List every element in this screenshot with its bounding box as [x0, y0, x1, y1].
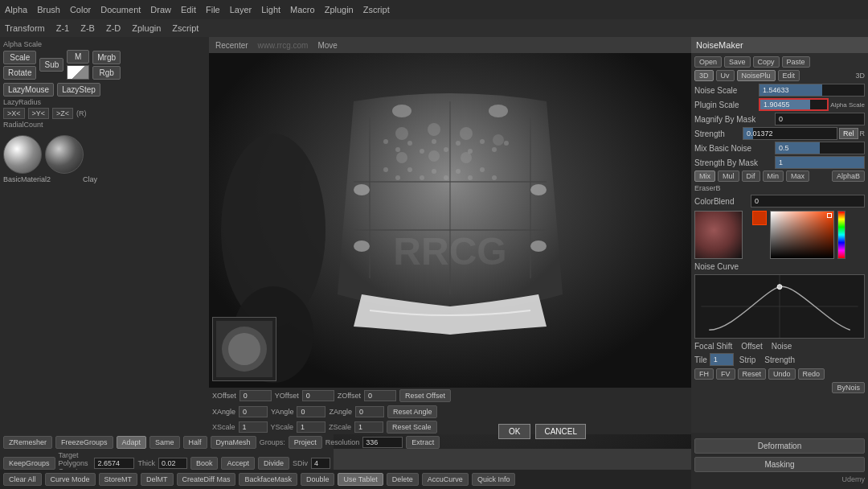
backface-mask-button[interactable]: BackfaceMask: [239, 473, 297, 486]
zscale-input[interactable]: 1: [354, 421, 383, 433]
menu-zd[interactable]: Z-D: [106, 23, 121, 33]
color-picker-gradient[interactable]: [770, 211, 834, 259]
color-indicator[interactable]: [67, 65, 89, 80]
deformation-button[interactable]: Deformation: [694, 438, 865, 454]
menu-brush[interactable]: Brush: [37, 5, 60, 14]
x-axis-button[interactable]: >X<: [3, 108, 25, 119]
undo-button[interactable]: Undo: [768, 368, 796, 380]
freeze-groups-button[interactable]: FreezeGroups: [55, 436, 113, 449]
zremesher-button[interactable]: ZRemesher: [3, 436, 52, 449]
m-button[interactable]: M: [67, 50, 89, 64]
sub-button[interactable]: Sub: [39, 58, 63, 72]
strength-by-mask-slider[interactable]: 1: [775, 156, 865, 169]
noise-curve-area[interactable]: [694, 274, 865, 339]
menu-zplugin2[interactable]: Zplugin: [132, 23, 161, 33]
reset-noise-button[interactable]: Reset: [738, 368, 767, 380]
tab-uv[interactable]: Uv: [716, 70, 735, 81]
delete-button[interactable]: Delete: [387, 473, 419, 486]
blend-min[interactable]: Min: [763, 171, 784, 182]
lazy-step-button[interactable]: LazyStep: [57, 83, 100, 97]
target-polygons-input[interactable]: [94, 458, 134, 469]
strength-r-icon[interactable]: R: [860, 129, 866, 138]
create-diff-button[interactable]: CreateDiff Mas: [177, 473, 236, 486]
menu-transform[interactable]: Transform: [5, 23, 45, 33]
quick-info-button[interactable]: Quick Info: [472, 473, 516, 486]
zoffset-input[interactable]: 0: [364, 390, 396, 401]
blend-mix[interactable]: Mix: [694, 171, 715, 182]
clay-preview[interactable]: [45, 135, 84, 174]
lazy-mouse-button[interactable]: LazyMouse: [3, 83, 54, 97]
menu-file[interactable]: File: [206, 5, 220, 14]
mix-basic-slider[interactable]: 0.5: [775, 142, 865, 154]
magnify-slider[interactable]: 0: [775, 113, 865, 125]
by-nois-button[interactable]: ByNois: [832, 382, 865, 393]
extract-button[interactable]: Extract: [406, 436, 440, 449]
tile-slider[interactable]: 1: [710, 353, 734, 366]
cancel-button[interactable]: CANCEL: [535, 424, 586, 439]
z-axis-button[interactable]: >Z<: [52, 108, 73, 119]
reset-scale-button[interactable]: Reset Scale: [387, 421, 437, 434]
del-mt-button[interactable]: DelMT: [141, 473, 174, 486]
plugin-scale-slider[interactable]: 1.90455: [759, 98, 829, 111]
menu-zplugin[interactable]: Zplugin: [325, 5, 354, 14]
alpha-b-button[interactable]: AlphaB: [832, 171, 865, 182]
book-button[interactable]: Book: [190, 457, 219, 470]
mrgb-button[interactable]: Mrgb: [92, 51, 121, 64]
accu-curve-button[interactable]: AccuCurve: [422, 473, 469, 486]
menu-document[interactable]: Document: [100, 5, 141, 14]
reset-angle-button[interactable]: Reset Angle: [387, 405, 438, 418]
xscale-input[interactable]: 1: [239, 421, 268, 433]
double-button[interactable]: Double: [301, 473, 335, 486]
adapt-button[interactable]: Adapt: [117, 436, 147, 449]
same-button[interactable]: Same: [149, 436, 180, 449]
resolution-input[interactable]: [362, 437, 403, 448]
menu-zscript2[interactable]: Zscript: [172, 23, 199, 33]
sdiv-input[interactable]: [311, 458, 330, 469]
menu-zscript[interactable]: Zscript: [363, 5, 390, 14]
use-tablet-button[interactable]: Use Tablet: [338, 473, 383, 486]
yangle-input[interactable]: 0: [297, 406, 326, 417]
blend-dif[interactable]: Dif: [742, 171, 760, 182]
tab-3d-right[interactable]: 3D: [855, 72, 865, 80]
save-button[interactable]: Save: [724, 56, 751, 68]
yscale-input[interactable]: 1: [297, 421, 326, 433]
menu-color[interactable]: Color: [70, 5, 91, 14]
tab-3d[interactable]: 3D: [694, 70, 714, 81]
alpha-thumbnail[interactable]: [212, 317, 276, 381]
udemy-label[interactable]: Udemy: [694, 475, 865, 483]
rotate-button[interactable]: Rotate: [3, 66, 36, 80]
move-button[interactable]: Move: [317, 41, 337, 50]
color-swatch-dark[interactable]: [694, 211, 743, 259]
blend-mul[interactable]: Mul: [718, 171, 739, 182]
store-mt-button[interactable]: StoreMT: [99, 473, 138, 486]
y-axis-button[interactable]: >Y<: [28, 108, 50, 119]
divide-button[interactable]: Divide: [258, 457, 289, 470]
menu-light[interactable]: Light: [261, 5, 280, 14]
thick-input[interactable]: [158, 458, 187, 469]
yoffset-input[interactable]: 0: [302, 390, 334, 401]
menu-macro[interactable]: Macro: [290, 5, 315, 14]
zangle-input[interactable]: 0: [355, 406, 384, 417]
fh-button[interactable]: FH: [694, 368, 714, 380]
paste-button[interactable]: Paste: [782, 56, 810, 68]
color-blend-slider[interactable]: 0: [751, 195, 865, 208]
open-button[interactable]: Open: [694, 56, 722, 68]
menu-edit[interactable]: Edit: [181, 5, 196, 14]
curve-mode-button[interactable]: Curve Mode: [45, 473, 96, 486]
ok-button[interactable]: OK: [498, 424, 530, 439]
half-button[interactable]: Half: [183, 436, 207, 449]
scale-button[interactable]: Scale: [3, 51, 36, 64]
recenter-button[interactable]: Recenter: [215, 41, 248, 50]
dyna-mesh-button[interactable]: DynaMesh: [211, 436, 256, 449]
keep-groups-button[interactable]: KeepGroups: [3, 457, 55, 470]
masking-button[interactable]: Masking: [694, 457, 865, 472]
menu-zb[interactable]: Z-B: [80, 23, 95, 33]
xoffset-input[interactable]: 0: [240, 390, 272, 401]
menu-z1[interactable]: Z-1: [56, 23, 70, 33]
basic-material-preview[interactable]: [3, 135, 42, 174]
accept-button[interactable]: Accept: [221, 457, 255, 470]
tab-noisepl[interactable]: NoisePlu: [737, 70, 776, 81]
strength-slider[interactable]: 0.01372: [743, 127, 837, 140]
rgb-button[interactable]: Rgb: [92, 66, 121, 80]
menu-alpha[interactable]: Alpha: [5, 5, 27, 14]
